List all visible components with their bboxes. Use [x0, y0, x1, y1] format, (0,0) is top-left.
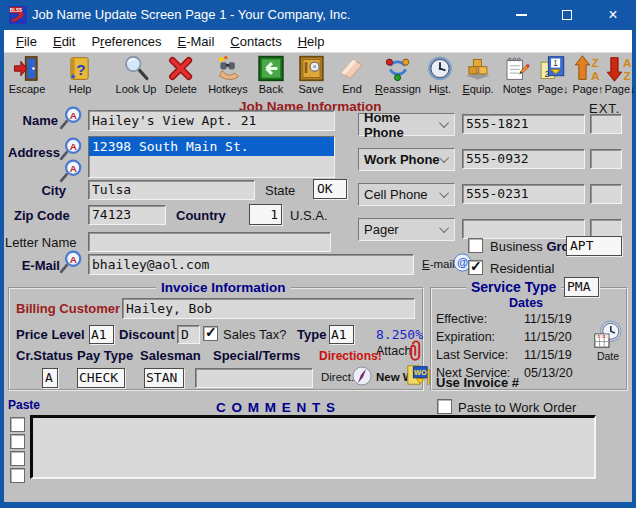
phone-type-dropdown-1[interactable]: Home Phone [358, 113, 455, 136]
address-line2[interactable] [89, 156, 334, 175]
billing-customer-input[interactable]: Hailey, Bob [122, 298, 415, 319]
menu-edit[interactable]: Edit [45, 32, 83, 51]
chevron-down-icon [439, 153, 449, 163]
zip-code-label: Zip Code [14, 208, 70, 223]
end-button[interactable]: End [338, 54, 367, 95]
next-service-date: 05/13/20 [524, 366, 573, 380]
help-button[interactable]: ? Help [66, 54, 95, 95]
address-line1-lookup-icon[interactable]: A [59, 137, 83, 161]
invoice-information-title: Invoice Information [156, 280, 291, 295]
phone-number-input-3[interactable]: 555-0231 [462, 184, 585, 204]
directions-compass-icon[interactable] [352, 366, 372, 386]
window-title: Job Name Update Screen Page 1 - Your Com… [32, 7, 350, 22]
comments-textarea[interactable] [30, 415, 596, 479]
paste-checkbox-4[interactable] [10, 468, 25, 483]
country-name-text: U.S.A. [290, 208, 328, 223]
svg-text:@: @ [457, 256, 468, 268]
salesman-input[interactable]: STAN [144, 368, 184, 388]
type-input[interactable]: A1 [329, 325, 354, 344]
business-group-checkbox[interactable] [468, 238, 483, 253]
equipment-button[interactable]: Equip. [462, 54, 493, 95]
svg-text:Z: Z [592, 56, 599, 69]
city-label: City [0, 183, 66, 198]
service-type-input[interactable]: PMA [564, 277, 599, 297]
paste-checkbox-3[interactable] [10, 451, 25, 466]
look-up-button[interactable]: Look Up [116, 54, 157, 95]
titlebar: BLSS Job Name Update Screen Page 1 - You… [0, 0, 636, 30]
history-button[interactable]: Hist. [426, 54, 455, 95]
lookup-magnifier-icon [121, 54, 150, 83]
directions-alert-label: Directions! [319, 349, 382, 363]
svg-text:A: A [70, 141, 77, 152]
delete-button[interactable]: Delete [165, 54, 197, 95]
expiration-date: 11/15/20 [524, 330, 572, 344]
menu-help[interactable]: Help [290, 32, 333, 51]
escape-button[interactable]: Escape [9, 54, 46, 95]
phone-ext-input-1[interactable] [590, 114, 622, 134]
business-group-input[interactable]: APT [566, 236, 622, 256]
billing-customer-label: Billing Customer [16, 301, 120, 316]
close-button[interactable]: × [590, 0, 636, 30]
reassign-button[interactable]: Reassign [375, 54, 421, 95]
hotkeys-button[interactable]: Hotkeys [208, 54, 248, 95]
letter-name-input[interactable] [88, 232, 331, 252]
special-terms-input[interactable] [195, 368, 313, 388]
phone-type-dropdown-4[interactable]: Pager [358, 218, 455, 241]
paste-checkbox-2[interactable] [10, 434, 25, 449]
cr-status-input[interactable]: A [42, 368, 58, 388]
state-input[interactable]: OK [313, 179, 347, 199]
effective-date: 11/15/19 [524, 312, 572, 326]
app-window: BLSS Job Name Update Screen Page 1 - You… [0, 0, 636, 508]
svg-text:A: A [70, 254, 77, 265]
paste-to-work-order-label: Paste to Work Order [458, 400, 576, 415]
country-input[interactable]: 1 [249, 204, 282, 225]
discount-input[interactable]: D [177, 325, 200, 344]
city-input[interactable]: Tulsa [88, 180, 255, 200]
name-lookup-icon[interactable]: A [59, 106, 83, 130]
menu-email[interactable]: E-Mail [169, 32, 222, 51]
date-picker-icon[interactable]: 12 [592, 320, 624, 350]
type-label: Type [297, 327, 326, 342]
zip-code-input[interactable]: 74123 [88, 205, 166, 225]
name-label: Name [0, 113, 58, 128]
phone-number-input-2[interactable]: 555-0932 [462, 149, 585, 169]
price-level-label: Price Level [16, 327, 85, 342]
phone-number-input-1[interactable]: 555-1821 [462, 114, 585, 134]
page-up-sort-button[interactable]: ZA Page↑ [572, 54, 603, 95]
attach-label: Attach [376, 344, 411, 358]
paste-checkbox-1[interactable] [10, 417, 25, 432]
paste-column-label: Paste [8, 398, 40, 412]
maximize-button[interactable] [544, 0, 590, 30]
back-button[interactable]: Back [257, 54, 286, 95]
name-input[interactable]: Hailey's View Apt. 21 [88, 110, 335, 131]
page-down-button[interactable]: 21 Page↓ [537, 54, 568, 95]
page-down-sort-button[interactable]: AZ Page↓ [604, 54, 635, 95]
notes-notepad-icon [503, 54, 532, 83]
price-level-input[interactable]: A1 [89, 325, 114, 344]
save-button[interactable]: Save [297, 54, 326, 95]
notes-button[interactable]: Notes [503, 54, 532, 95]
phone-ext-input-2[interactable] [590, 149, 622, 169]
minimize-button[interactable] [498, 0, 544, 30]
help-book-icon: ? [66, 54, 95, 83]
menu-contacts[interactable]: Contacts [222, 32, 289, 51]
phone-ext-input-3[interactable] [590, 184, 622, 204]
menu-file[interactable]: File [8, 32, 45, 51]
phone-type-dropdown-3[interactable]: Cell Phone [358, 183, 455, 206]
history-clock-icon [426, 54, 455, 83]
address-input[interactable]: 12398 South Main St. [88, 136, 335, 178]
svg-text:A: A [623, 56, 632, 69]
phone-type-dropdown-2[interactable]: Work Phone [358, 148, 455, 171]
paste-to-work-order-checkbox[interactable] [437, 399, 452, 414]
attach-paperclip-icon[interactable] [408, 340, 424, 362]
sales-tax-checkbox[interactable] [203, 326, 218, 341]
email-lookup-icon[interactable]: A [59, 250, 83, 274]
address-line1[interactable]: 12398 South Main St. [89, 137, 334, 156]
address-line2-lookup-icon[interactable]: A [59, 159, 83, 183]
new-work-order-icon[interactable]: WO [406, 362, 430, 388]
dates-heading: Dates [509, 296, 543, 310]
menu-preferences[interactable]: Preferences [83, 32, 169, 51]
residential-checkbox[interactable] [468, 260, 483, 275]
pay-type-input[interactable]: CHECK [77, 368, 125, 388]
email-input[interactable]: bhailey@aol.com [88, 254, 414, 275]
